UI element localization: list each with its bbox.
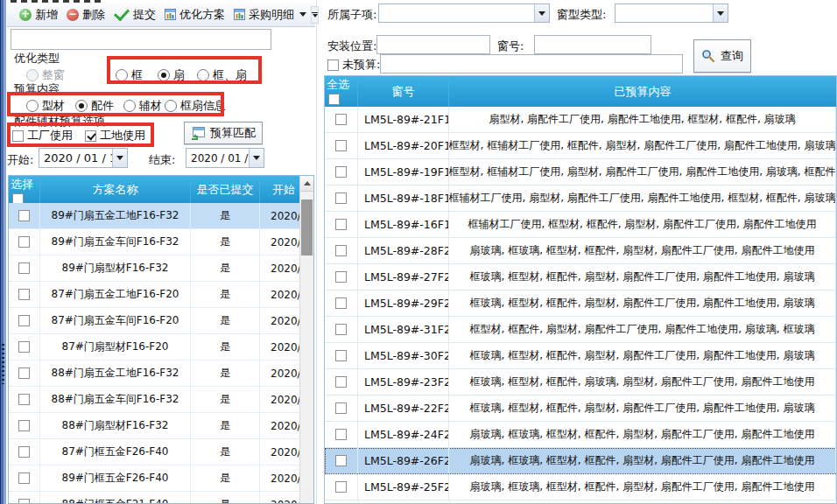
plan-table-row[interactable]: 89#门扇型材F16-F32 是 2020/0	[9, 256, 301, 282]
query-button[interactable]: 查询	[693, 39, 751, 73]
checkbox-factory-use[interactable]: 工厂使用	[12, 128, 73, 144]
purchase-detail-button[interactable]: 采购明细	[229, 5, 311, 24]
row-checkbox[interactable]	[18, 394, 30, 405]
row-checkbox[interactable]	[335, 140, 347, 151]
install-position-input[interactable]	[376, 35, 490, 54]
budget-table-row[interactable]: LM5L-89#-19F17 框型材, 框辅材工厂使用, 扇型材, 扇配件工厂使…	[325, 159, 836, 186]
row-checkbox[interactable]	[335, 298, 347, 309]
submitted-cell: 是	[191, 334, 260, 360]
plan-table-row[interactable]: 88#门扇型材F16-F32 是 2020/0	[9, 413, 301, 439]
plan-table-row[interactable]: 89#门框五金F26-F40 是 2020/0	[9, 466, 301, 492]
row-checkbox[interactable]	[335, 245, 347, 256]
row-checkbox[interactable]	[335, 455, 347, 466]
row-checkbox[interactable]	[335, 219, 347, 230]
row-checkbox[interactable]	[18, 420, 30, 431]
no-budget-checkbox[interactable]: 未预算:	[327, 57, 380, 73]
no-budget-input[interactable]	[380, 54, 683, 74]
dropdown-arrow-icon[interactable]	[713, 4, 728, 22]
budget-table-row[interactable]: LM5L-89#-18F16 框辅材工厂使用, 扇型材, 扇配件工厂使用, 扇配…	[325, 186, 836, 212]
row-checkbox[interactable]	[335, 192, 347, 204]
row-checkbox[interactable]	[18, 472, 30, 484]
budget-table-row[interactable]: LM5L-89#-31F29 框型材, 框配件, 扇型材, 扇配件工厂使用, 扇…	[325, 317, 836, 343]
plan-table-row[interactable]: 87#门框五金F26-F40 是 2020/0	[9, 439, 301, 466]
row-checkbox[interactable]	[18, 210, 30, 221]
row-select-cell	[325, 107, 358, 132]
budget-table-row[interactable]: LM5L-89#-16F15 框辅材工厂使用, 框型材, 框配件, 扇型材, 扇…	[325, 212, 836, 238]
row-checkbox[interactable]	[18, 289, 30, 300]
plan-name-column-header[interactable]: 方案名称	[40, 176, 191, 203]
row-checkbox[interactable]	[18, 446, 30, 458]
row-checkbox[interactable]	[335, 166, 347, 178]
radio-frame-sash[interactable]: 框、扇	[197, 67, 247, 83]
row-select-cell	[325, 343, 358, 368]
plan-table-row[interactable]: 87#门扇型材F16-F20 是 2020/0	[9, 334, 301, 360]
scrollbar-thumb[interactable]	[301, 200, 313, 256]
toolbar-overflow-button[interactable]	[311, 6, 319, 24]
submitted-column-header[interactable]: 是否已提交	[191, 176, 260, 203]
radio-auxiliary[interactable]: 辅材	[123, 98, 162, 114]
budget-table-row[interactable]: LM5L-89#-29F27 框玻璃, 框型材, 框配件, 扇型材, 扇配件工厂…	[325, 290, 836, 317]
row-checkbox[interactable]	[335, 271, 347, 283]
dropdown-arrow-icon[interactable]	[249, 149, 264, 167]
plan-table-row[interactable]: 87#门扇五金工地F16-F20 是 2020/0	[9, 282, 301, 308]
plan-table-row[interactable]: 88#门框五金F21-F40 是 2020/0	[9, 492, 301, 504]
add-button[interactable]: + 新增	[15, 5, 62, 24]
checkbox-icon	[12, 130, 24, 142]
budget-table-row[interactable]: LM5L-89#-28F26 扇玻璃, 框玻璃, 框型材, 框配件, 扇型材, …	[325, 238, 836, 264]
radio-frame[interactable]: 框	[116, 67, 143, 83]
row-checkbox[interactable]	[335, 376, 347, 388]
row-checkbox[interactable]	[18, 368, 30, 379]
budget-table-row[interactable]: LM5L-89#-20F18 框型材, 框辅材工厂使用, 框配件, 扇型材, 扇…	[325, 133, 836, 159]
end-date-picker[interactable]: 2020 / 01 / 13	[186, 148, 264, 168]
budget-table-row[interactable]: LM5L-89#-25F23 扇玻璃, 框玻璃, 框型材, 框配件, 扇型材, …	[325, 474, 836, 500]
window-type-select[interactable]	[615, 4, 728, 23]
row-checkbox[interactable]	[335, 429, 347, 440]
row-checkbox[interactable]	[18, 315, 30, 326]
window-no-column-header[interactable]: 窗号	[358, 76, 449, 107]
radio-accessory[interactable]: 配件	[75, 98, 114, 114]
optimize-plan-button[interactable]: 优化方案	[160, 5, 229, 24]
plan-table-row[interactable]: 88#门扇五金工地F16-F32 是 2020/0	[9, 360, 301, 387]
plan-table-row[interactable]: 88#门扇五金车间F16-F32 是 2020/0	[9, 387, 301, 413]
dropdown-arrow-icon[interactable]	[112, 149, 127, 167]
row-checkbox[interactable]	[335, 324, 347, 335]
budget-table-row[interactable]: LM5L-89#-24F22 扇玻璃, 框玻璃, 框型材, 框配件, 扇型材, …	[325, 422, 836, 448]
row-checkbox[interactable]	[18, 499, 30, 504]
row-checkbox[interactable]	[335, 481, 347, 493]
budget-table-row[interactable]: LM5L-89#-26F24 扇玻璃, 框玻璃, 框型材, 框配件, 扇型材, …	[325, 448, 836, 474]
checkbox-site-use[interactable]: 工地使用	[85, 128, 145, 144]
radio-frame-sash-info[interactable]: 框扇信息	[165, 98, 226, 114]
search-input[interactable]	[11, 29, 271, 50]
budget-content-cell: 框辅材工厂使用, 框型材, 框配件, 扇型材, 扇配件工厂使用, 扇配件工地使用	[449, 212, 836, 237]
row-checkbox[interactable]	[18, 236, 30, 248]
budget-table-row[interactable]: LM5L-89#-21F19 扇型材, 扇配件工厂使用, 扇配件工地使用, 框型…	[325, 107, 836, 133]
row-checkbox[interactable]	[335, 402, 347, 414]
plan-table-row[interactable]: 89#门扇五金车间F16-F32 是 2020/0	[9, 229, 301, 256]
splitter-grip[interactable]	[2, 344, 4, 384]
submit-button[interactable]: 提交	[109, 5, 160, 24]
select-all-checkbox[interactable]	[328, 94, 340, 105]
window-no-input[interactable]	[534, 35, 651, 54]
budget-content-column-header[interactable]: 已预算内容	[449, 76, 836, 107]
dropdown-arrow-icon[interactable]	[534, 4, 549, 22]
budget-table-row[interactable]: LM5L-89#-23F21 框玻璃, 框型材, 框配件, 扇玻璃, 扇型材, …	[325, 369, 836, 396]
row-checkbox[interactable]	[335, 114, 347, 125]
vertical-scrollbar[interactable]	[299, 176, 313, 503]
delete-button[interactable]: − 删除	[62, 5, 109, 24]
row-checkbox[interactable]	[335, 350, 347, 361]
sub-item-select[interactable]	[378, 4, 550, 23]
budget-table-row[interactable]: LM5L-89#-27F25 框玻璃, 框型材, 框配件, 扇型材, 扇配件工厂…	[325, 264, 836, 290]
budget-match-button[interactable]: 预算匹配	[184, 122, 263, 144]
plan-table-row[interactable]: 89#门扇五金工地F16-F32 是 2020/0	[9, 203, 301, 229]
start-column-header[interactable]: 开始	[260, 176, 301, 203]
radio-profile[interactable]: 型材	[26, 98, 65, 114]
budget-table-row[interactable]: LM5L-89#-22F20 框玻璃, 框型材, 框配件, 扇型材, 扇配件工厂…	[325, 396, 836, 422]
plan-table-row[interactable]: 87#门扇五金车间F16-F20 是 2020/0	[9, 308, 301, 334]
start-date-picker[interactable]: 2020 / 01 / 1	[39, 148, 128, 168]
budget-content-cell: 框玻璃, 框型材, 框配件, 扇型材, 扇配件工厂使用, 扇配件工地使用, 扇玻…	[449, 343, 836, 368]
row-checkbox[interactable]	[18, 341, 30, 353]
radio-sash[interactable]: 扇	[158, 67, 185, 83]
budget-table-row[interactable]: LM5L-89#-30F28 框玻璃, 框型材, 框配件, 扇型材, 扇配件工厂…	[325, 343, 836, 369]
scroll-up-icon[interactable]	[300, 176, 313, 192]
row-checkbox[interactable]	[18, 262, 30, 274]
